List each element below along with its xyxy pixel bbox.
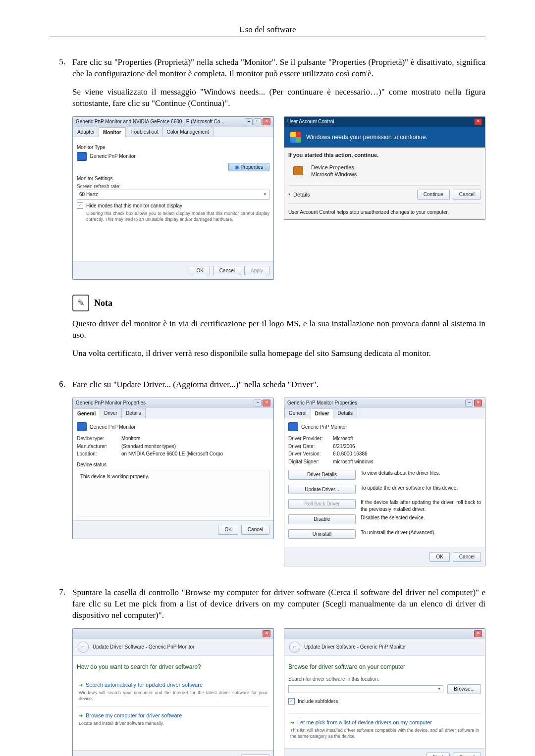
close-icon[interactable]: ✕ (263, 400, 270, 406)
tab-driver[interactable]: Driver (311, 408, 334, 419)
refresh-rate-label: Screen refresh rate: (77, 183, 269, 190)
driver-details-button[interactable]: Driver Details (288, 470, 356, 480)
shield-icon (290, 132, 301, 143)
close-icon[interactable]: ✕ (474, 630, 482, 637)
wizard1-option-browse[interactable]: ➔Browse my computer for driver software … (77, 706, 269, 731)
uac-title: User Account Control (287, 118, 334, 125)
properties-driver-window: Generic PnP Monitor Properties ‒ ✕ Gener… (284, 398, 485, 566)
monitor-type-value: Generic PnP Monitor (90, 153, 136, 160)
browse-button[interactable]: Browse... (447, 684, 481, 694)
hide-modes-checkbox[interactable]: ✓ (77, 202, 83, 209)
tab-driver[interactable]: Driver (100, 408, 122, 418)
cancel-button[interactable]: Cancel (453, 190, 481, 200)
device-status-text: This device is working properly. (80, 474, 149, 479)
tab-adapter[interactable]: Adapter (73, 127, 99, 137)
minimize-icon[interactable]: ‒ (245, 118, 253, 125)
uac-program-name: Device Properties (311, 164, 357, 171)
driver-provider-label: Driver Provider: (288, 435, 333, 442)
cancel-button[interactable]: Cancel (453, 753, 481, 756)
tab-color-management[interactable]: Color Management (162, 127, 214, 137)
location-value: on NVIDIA GeForce 6600 LE (Microsoft Cor… (121, 451, 269, 457)
arrow-icon: ➔ (290, 720, 294, 725)
step-number-5: 5. (50, 57, 72, 366)
tab-general[interactable]: General (73, 408, 100, 419)
properties-driver-title: Generic PnP Monitor Properties (287, 400, 357, 406)
properties-general-window: Generic PnP Monitor Properties ‒ ✕ Gener… (72, 398, 274, 539)
update-driver-desc: To update the driver software for this d… (361, 485, 481, 492)
close-icon[interactable]: ✕ (474, 118, 482, 125)
include-subfolders-label: Include subfolders (298, 698, 338, 705)
driver-version-value: 6.0.6000.16386 (333, 451, 481, 457)
close-icon[interactable]: ✕ (263, 118, 270, 125)
refresh-rate-select[interactable]: 60 Hertz ▼ (77, 190, 269, 200)
chevron-down-icon: ▼ (437, 687, 441, 692)
uac-program-publisher: Microsoft Windows (311, 171, 357, 178)
device-name: Generic PnP Monitor (301, 424, 347, 431)
continue-button[interactable]: Continue (417, 190, 450, 200)
monitor-icon (288, 422, 298, 431)
tab-monitor[interactable]: Monitor (99, 127, 126, 138)
wizard2-option-pick[interactable]: ➔Let me pick from a list of device drive… (288, 713, 481, 744)
program-icon (293, 166, 303, 175)
top-rule (50, 37, 485, 37)
driver-date-label: Driver Date: (288, 443, 333, 450)
uac-details-toggle[interactable]: Details (293, 191, 310, 199)
close-icon[interactable]: ✕ (263, 630, 270, 637)
back-icon[interactable]: ← (289, 642, 300, 653)
disable-button[interactable]: Disable (288, 514, 356, 524)
step6-para1: Fare clic su "Update Driver... (Aggiorna… (72, 379, 485, 391)
update-driver-button[interactable]: Update Driver... (288, 485, 356, 495)
device-type-label: Device type: (77, 435, 121, 442)
ok-button[interactable]: OK (190, 266, 210, 276)
driver-version-label: Driver Version: (288, 451, 333, 457)
device-name: Generic PnP Monitor (90, 424, 136, 431)
wizard2-breadcrumb: Update Driver Software - Generic PnP Mon… (304, 644, 406, 651)
monitor-icon (77, 152, 87, 161)
uninstall-button[interactable]: Uninstall (288, 529, 356, 539)
device-type-value: Monitors (121, 435, 269, 442)
uac-footer-text: User Account Control helps stop unauthor… (288, 209, 481, 216)
wizard1-option-auto[interactable]: ➔Search automatically for updated driver… (77, 676, 269, 706)
back-icon[interactable]: ← (78, 642, 89, 653)
tab-troubleshoot[interactable]: Troubleshoot (125, 127, 163, 137)
next-button[interactable]: Next (427, 753, 450, 756)
tab-details[interactable]: Details (121, 408, 146, 418)
wizard1-opt1-title: Search automatically for updated driver … (86, 682, 203, 688)
location-label: Location: (77, 451, 121, 457)
rollback-driver-button[interactable]: Roll Back Driver (288, 499, 356, 509)
refresh-rate-value: 60 Hertz (79, 191, 98, 198)
path-combobox[interactable]: ▼ (288, 685, 443, 694)
minimize-icon[interactable]: ‒ (465, 400, 473, 406)
cancel-button[interactable]: Cancel (241, 525, 269, 535)
tab-general[interactable]: General (284, 408, 311, 418)
note-icon: ✎ (72, 295, 89, 311)
maximize-icon[interactable]: □ (254, 118, 262, 125)
properties-button-label: Properties (240, 164, 263, 170)
wizard1-titlebar (76, 630, 77, 637)
minimize-icon[interactable]: ‒ (254, 400, 262, 406)
driver-provider-value: Microsoft (333, 435, 481, 442)
chevron-down-icon[interactable]: ▾ (288, 192, 290, 198)
arrow-icon: ➔ (79, 713, 83, 718)
include-subfolders-checkbox[interactable]: ✓ (288, 698, 295, 705)
ok-button[interactable]: OK (429, 552, 449, 562)
tab-details[interactable]: Details (333, 408, 357, 418)
close-icon[interactable]: ✕ (474, 400, 482, 406)
cancel-button[interactable]: Cancel (213, 266, 241, 276)
properties-general-title: Generic PnP Monitor Properties (76, 400, 146, 406)
monitor-settings-label: Monitor Settings (77, 175, 269, 182)
wizard1-opt2-desc: Locate and install driver software manua… (79, 720, 268, 726)
monitor-properties-title: Generic PnP Monitor and NVIDIA GeForce 6… (76, 118, 224, 125)
wizard1-breadcrumb: Update Driver Software - Generic PnP Mon… (93, 644, 194, 651)
step5-para2: Se viene visualizzato il messaggio "Wind… (72, 87, 485, 109)
monitor-properties-window: Generic PnP Monitor and NVIDIA GeForce 6… (72, 116, 274, 280)
ok-button[interactable]: OK (218, 525, 238, 535)
wizard1-opt1-desc: Windows will search your computer and th… (79, 690, 268, 702)
cancel-button[interactable]: Cancel (453, 552, 481, 562)
digital-signer-label: Digital Signer: (288, 458, 333, 465)
wizard2-opt-title: Let me pick from a list of device driver… (297, 719, 432, 725)
note-para1: Questo driver del monitor è in via di ce… (72, 318, 485, 341)
apply-button[interactable]: Apply (244, 266, 269, 276)
step-number-6: 6. (50, 379, 72, 574)
properties-button[interactable]: ◉ Properties (228, 163, 269, 171)
